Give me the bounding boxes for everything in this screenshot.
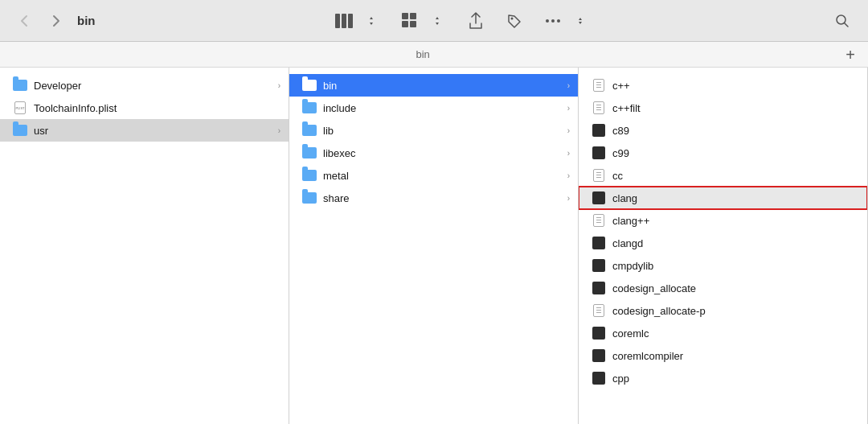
item-label: codesign_allocate [612,282,859,294]
item-label: share [323,192,564,204]
item-label: include [323,102,564,114]
list-item[interactable]: clang++ [579,209,867,232]
item-label: usr [34,125,275,137]
item-label: clang [612,192,859,204]
svg-line-12 [845,23,849,27]
column-1: Developer › PLIST ToolchainInfo.plist us… [0,68,289,424]
item-label: cc [612,170,859,182]
column-2: bin › include › lib › libexec › [289,68,579,424]
finder-body: Developer › PLIST ToolchainInfo.plist us… [0,68,868,424]
grid-adjust-button[interactable] [424,8,450,34]
chevron-icon: › [567,149,570,158]
svg-point-8 [546,19,549,23]
list-item[interactable]: coremlc [579,322,867,344]
item-label: cpp [612,373,859,385]
forward-button[interactable] [45,10,68,32]
list-item[interactable]: Developer › [0,74,289,97]
back-button[interactable] [13,10,35,32]
exec-icon [592,281,606,295]
item-label: metal [323,170,564,182]
exec-icon [592,191,606,205]
tag-button[interactable] [502,8,527,34]
svg-rect-3 [402,13,408,19]
list-item[interactable]: codesign_allocate-p [579,299,867,322]
folder-icon [13,123,27,138]
svg-point-10 [557,19,560,23]
exec-icon [592,236,606,250]
folder-icon [302,168,317,183]
path-label: bin [77,14,96,27]
window-titlebar: bin + [0,42,868,68]
list-item[interactable]: c++filt [579,97,867,119]
item-label: clang++ [612,215,859,227]
list-item[interactable]: codesign_allocate [579,277,867,299]
item-label: c99 [612,147,859,159]
list-item-clang[interactable]: clang [579,187,867,209]
item-label: c89 [612,125,859,137]
chevron-icon: › [278,81,280,90]
script-icon [592,78,606,93]
more-button[interactable] [540,8,566,34]
item-label: codesign_allocate-p [612,305,859,317]
search-button[interactable] [829,8,855,34]
item-label: ToolchainInfo.plist [34,102,280,114]
list-item[interactable]: lib › [289,119,578,142]
columns-view-button[interactable] [331,8,357,34]
list-item[interactable]: share › [289,187,578,209]
svg-point-7 [511,17,514,19]
search-area [829,8,855,34]
item-label: coremlcompiler [612,350,859,362]
list-item[interactable]: bin › [289,74,578,97]
add-tab-button[interactable]: + [845,47,855,63]
list-item[interactable]: cc [579,164,867,187]
folder-icon [302,191,317,205]
column-3: c++ c++filt c89 c99 cc [579,68,868,424]
list-item[interactable]: coremlcompiler [579,344,867,367]
script-icon [592,303,606,318]
list-item[interactable]: usr › [0,119,289,142]
item-label: coremlc [612,327,859,340]
folder-icon [302,101,317,115]
grid-view-controls [397,8,450,34]
exec-icon [592,146,606,160]
share-button[interactable] [463,8,489,34]
script-icon [592,101,606,115]
script-icon [592,168,606,183]
item-label: lib [323,125,564,137]
item-label: cmpdylib [612,260,859,272]
chevron-icon: › [567,104,570,113]
svg-rect-1 [342,14,346,28]
list-item[interactable]: c99 [579,142,867,164]
folder-icon [13,78,27,93]
more-controls [540,8,593,34]
columns-adjust-button[interactable] [358,8,384,34]
item-label: c++filt [612,102,859,114]
list-item[interactable]: PLIST ToolchainInfo.plist [0,97,289,119]
list-item[interactable]: cmpdylib [579,254,867,277]
list-item[interactable]: libexec › [289,142,578,164]
chevron-icon: › [567,126,570,135]
list-item[interactable]: cpp [579,367,867,389]
grid-view-button[interactable] [397,8,423,34]
svg-point-9 [551,19,555,23]
list-item[interactable]: include › [289,97,578,119]
nav-controls: bin [13,10,96,32]
folder-icon [302,78,317,93]
plist-icon: PLIST [13,101,27,115]
list-item[interactable]: c++ [579,74,867,97]
svg-rect-2 [348,14,353,28]
window-title: bin [0,48,845,60]
list-item[interactable]: metal › [289,164,578,187]
svg-rect-5 [402,21,408,27]
exec-icon [592,258,606,273]
exec-icon [592,123,606,138]
item-label: Developer [34,80,275,92]
list-item[interactable]: clangd [579,232,867,254]
chevron-icon: › [567,194,570,203]
chevron-icon: › [567,171,570,180]
item-label: c++ [612,80,859,92]
more-dropdown-button[interactable] [567,8,593,34]
list-item[interactable]: c89 [579,119,867,142]
chevron-icon: › [567,81,570,90]
view-controls [331,8,384,34]
